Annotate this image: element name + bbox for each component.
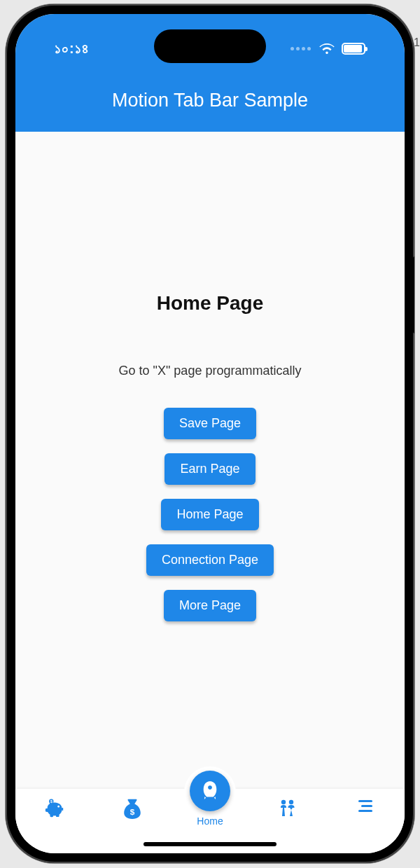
money-bag-icon: $: [123, 799, 141, 820]
status-icons: [290, 43, 365, 55]
app-title: Motion Tab Bar Sample: [15, 90, 405, 111]
home-page-button[interactable]: Home Page: [161, 499, 258, 530]
svg-rect-6: [361, 805, 372, 807]
dynamic-island: [154, 29, 266, 63]
rocket-icon: [200, 780, 220, 802]
earn-page-button[interactable]: Earn Page: [164, 453, 255, 485]
menu-icon: [357, 799, 374, 813]
wifi-icon: [319, 43, 335, 54]
main-content: Home Page Go to "X" page programmaticall…: [15, 132, 405, 789]
tab-earn[interactable]: $: [93, 799, 171, 820]
truncated-edge-char: 1: [414, 36, 420, 49]
phone-screen: ১০:১৪ Motion Tab Bar Sample Home Page Go…: [15, 14, 405, 853]
svg-rect-5: [358, 800, 372, 802]
battery-icon: [342, 43, 365, 55]
svg-rect-7: [358, 810, 372, 812]
svg-text:$: $: [50, 799, 52, 804]
page-subtitle: Go to "X" page programmatically: [119, 364, 302, 378]
phone-side-button: [413, 256, 414, 333]
piggy-bank-icon: $: [44, 799, 65, 818]
people-icon: [277, 799, 298, 818]
save-page-button[interactable]: Save Page: [164, 408, 256, 439]
tab-more[interactable]: [327, 799, 405, 813]
phone-frame: ১০:১৪ Motion Tab Bar Sample Home Page Go…: [6, 4, 414, 863]
tab-center-button: [190, 771, 230, 811]
tab-connect[interactable]: [249, 799, 327, 818]
tab-home[interactable]: Home: [171, 799, 248, 827]
tab-save[interactable]: $: [15, 799, 93, 818]
recording-dots-icon: [290, 47, 311, 50]
home-indicator[interactable]: [144, 842, 276, 846]
page-title: Home Page: [157, 292, 264, 315]
status-time: ১০:১৪: [55, 41, 90, 57]
svg-point-3: [281, 800, 286, 804]
svg-point-4: [289, 800, 293, 804]
more-page-button[interactable]: More Page: [164, 590, 256, 621]
connection-page-button[interactable]: Connection Page: [146, 544, 274, 576]
svg-text:$: $: [130, 807, 135, 816]
